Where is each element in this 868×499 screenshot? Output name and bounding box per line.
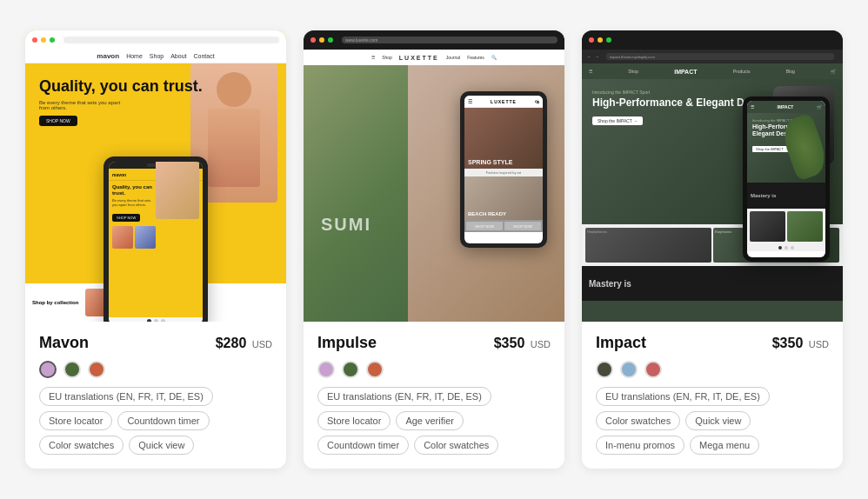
products-grid: mavon Home Shop About Contact Quality, y… [25,30,843,469]
impulse-swatch-3[interactable] [366,361,384,378]
mavon-phone-logo: mavon [112,172,126,177]
impulse-fashion-tag: Fashion inspired by art [464,169,543,176]
impulse-tag-store[interactable]: Store locator [317,411,391,430]
mavon-browser-topbar [25,30,286,50]
impact-tag-eu[interactable]: EU translations (EN, FR, IT, DE, ES) [596,387,770,406]
impulse-product-price: $350 USD [494,336,551,351]
mavon-phone-mockup: mavon ☰ Quality, you can trust. Be every… [103,156,208,322]
mavon-swatch-2[interactable] [63,361,81,378]
mavon-title-row: Mavon $280 USD [39,334,272,352]
impulse-spring-text: SPRING STYLE [468,159,512,165]
impact-swatch-3[interactable] [644,361,662,378]
impact-tags: EU translations (EN, FR, IT, DE, ES) Col… [596,387,829,455]
impact-swatch-2[interactable] [620,361,638,378]
impulse-info: Impulse $350 USD EU translations (EN, FR… [304,322,564,455]
impact-tag-quickview[interactable]: Quick view [685,411,751,430]
mavon-tags: EU translations (EN, FR, IT, DE, ES) Sto… [39,387,272,455]
impulse-phone-hero2: BEACH READY [464,176,543,220]
impact-product-name: Impact [596,334,646,352]
impulse-cta-btn1[interactable]: SHOP NOW [466,222,503,230]
mavon-tag-eu[interactable]: EU translations (EN, FR, IT, DE, ES) [39,387,213,406]
mavon-tag-color[interactable]: Color swatches [39,436,124,455]
impulse-nav: ☰ Shop LUXETTE Journal Features 🔍 [304,50,564,65]
impulse-tag-eu[interactable]: EU translations (EN, FR, IT, DE, ES) [317,387,491,406]
impulse-beach-text: BEACH READY [468,211,506,216]
mavon-tag-store[interactable]: Store locator [39,411,112,430]
impact-phone-hero: Introducing the IMPACT Sport High-Perfor… [747,113,825,183]
impulse-color-swatches [317,361,551,378]
mavon-phone-btn[interactable]: SHOP NOW [112,214,140,222]
impact-phone-dots [747,244,825,251]
impact-thumb-1: Headphones [585,228,711,263]
impact-tag-color[interactable]: Color swatches [596,411,680,430]
impact-phone-nav: ☰ IMPACT 🛒 [747,101,825,113]
impact-phone-mastery: Mastery is [751,193,776,198]
impulse-phone-logo: LUXETTE [491,99,517,104]
impulse-nav-logo: LUXETTE [399,55,439,61]
impulse-tag-age[interactable]: Age verifier [396,411,464,430]
impact-tag-inmenu[interactable]: In-menu promos [596,436,684,455]
impact-phone-dark: Mastery is [747,183,825,209]
mavon-swatch-1[interactable] [39,361,57,378]
mavon-nav-logo: mavon [97,52,119,60]
impulse-product-name: Impulse [317,334,377,352]
mavon-hero-text: Quality, you can trust. Be every theme t… [39,77,203,126]
product-card-impact: ← → impact-theme.myshopify.com ☰ Shop IM… [582,30,843,469]
impulse-swatch-1[interactable] [317,361,335,378]
impulse-cta-btn2[interactable]: SHOP NOW [504,222,541,230]
impulse-phone-header: ☰ LUXETTE 🛍 [464,96,543,108]
impulse-summer-text: SUMI [321,215,371,235]
mavon-hero-headline: Quality, you can trust. [39,77,203,96]
impact-shop-btn[interactable]: Shop the IMPACT → [592,116,643,125]
impact-tag-megamenu[interactable]: Mega menu [690,436,759,455]
impact-product-price: $350 USD [772,336,829,351]
mavon-color-swatches [39,361,272,378]
impact-title-row: Impact $350 USD [596,334,829,352]
mavon-swatch-3[interactable] [88,361,105,378]
impact-info: Impact $350 USD EU translations (EN, FR,… [582,322,843,455]
impact-nav: ☰ Shop IMPACT Products Blog 🛒 [582,63,843,79]
product-card-mavon: mavon Home Shop About Contact Quality, y… [25,30,286,469]
impact-hero-section: Introducing the IMPACT Sport High-Perfor… [582,79,843,322]
impact-mastery-text: Mastery is [589,279,631,289]
impulse-phone-mockup: ☰ LUXETTE 🛍 SPRING STYLE Fashion inspire… [460,91,547,248]
mavon-product-price: $280 USD [216,336,272,351]
mavon-hero-desc: Be every theme that sets you apart from … [39,100,126,110]
impact-browser-topbar [582,30,843,50]
impulse-swatch-2[interactable] [342,361,359,378]
mavon-tag-countdown[interactable]: Countdown timer [117,411,209,430]
impact-dark-section: Mastery is [582,266,843,301]
impulse-hero: SUMI ☰ LUXETTE 🛍 SPRING STYLE [304,65,564,322]
impact-phone-logo: IMPACT [778,104,794,110]
impulse-title-row: Impulse $350 USD [317,334,551,352]
mavon-phone-content: Quality, you can trust. Be every theme t… [109,181,203,317]
impact-browser-bar: ← → impact-theme.myshopify.com [582,50,843,63]
mavon-shop-btn[interactable]: SHOP NOW [39,116,77,126]
impact-color-swatches [596,361,829,378]
mavon-product-name: Mavon [39,334,89,352]
impact-phone-mockup: ☰ IMPACT 🛒 Introducing the IMPACT Sport … [743,96,830,262]
mavon-info: Mavon $280 USD EU translations (EN, FR, … [25,322,286,455]
impulse-phone-hero1: SPRING STYLE [464,108,543,169]
mavon-screenshot: mavon Home Shop About Contact Quality, y… [25,30,286,322]
impact-nav-logo: IMPACT [674,69,697,75]
mavon-phone-dots [109,317,203,322]
impulse-tags: EU translations (EN, FR, IT, DE, ES) Sto… [317,387,551,455]
mavon-collection-label: Shop by collection [32,300,78,305]
mavon-tag-quickview[interactable]: Quick view [129,436,194,455]
impulse-tag-countdown[interactable]: Countdown timer [317,436,409,455]
impact-swatch-1[interactable] [596,361,613,378]
mavon-nav: mavon Home Shop About Contact [25,50,286,63]
product-card-impulse: www.luxette.com ☰ Shop LUXETTE Journal F… [304,30,564,469]
impact-screenshot: ← → impact-theme.myshopify.com ☰ Shop IM… [582,30,843,322]
impulse-screenshot: www.luxette.com ☰ Shop LUXETTE Journal F… [304,30,564,322]
impulse-tag-color[interactable]: Color swatches [414,436,498,455]
impulse-browser-topbar: www.luxette.com [304,30,564,50]
impulse-cta-strip: SHOP NOW SHOP NOW [464,220,543,232]
impact-phone-products [747,209,825,244]
